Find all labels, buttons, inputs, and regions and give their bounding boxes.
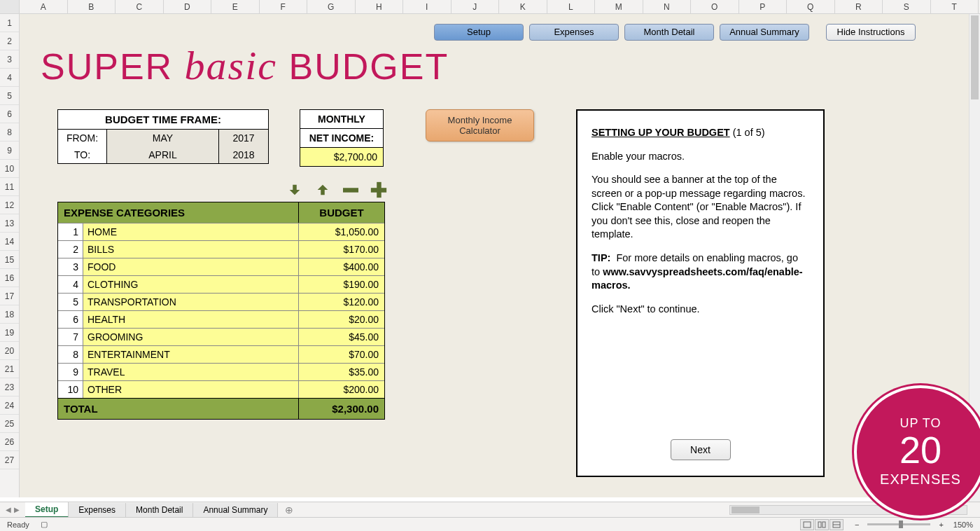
column-header[interactable]: O [691, 0, 739, 13]
row-header[interactable]: 21 [0, 360, 19, 378]
zoom-in-button[interactable]: + [936, 520, 946, 529]
row-header[interactable]: 13 [0, 214, 19, 233]
zoom-thumb[interactable] [899, 520, 903, 528]
income-calculator-button[interactable]: Monthly Income Calculator [426, 109, 534, 142]
column-header[interactable]: B [68, 0, 116, 13]
category-amount-cell[interactable]: $20.00 [299, 311, 384, 328]
column-header[interactable]: C [115, 0, 164, 13]
column-header[interactable]: K [499, 0, 547, 13]
row-header[interactable]: 26 [0, 433, 19, 451]
category-amount-cell[interactable]: $1,050.00 [299, 223, 384, 240]
row-header[interactable]: 19 [0, 324, 19, 342]
nav-setup-button[interactable]: Setup [434, 24, 524, 41]
sheet-tab-annual[interactable]: Annual Summary [193, 503, 278, 517]
category-name-cell[interactable]: FOOD [83, 258, 299, 275]
zoom-slider[interactable] [867, 523, 930, 525]
column-header[interactable]: S [883, 0, 931, 13]
row-header[interactable]: 4 [0, 69, 19, 87]
row-header[interactable]: 15 [0, 251, 19, 269]
row-header[interactable]: 8 [0, 123, 19, 142]
column-header[interactable]: E [211, 0, 260, 13]
category-name-cell[interactable]: TRANSPORTATION [83, 294, 299, 310]
move-down-icon[interactable] [286, 181, 304, 199]
column-header[interactable]: G [307, 0, 356, 13]
column-header[interactable]: I [403, 0, 451, 13]
tab-nav-arrows[interactable]: ◀▶ [0, 506, 25, 513]
vscroll-thumb[interactable] [971, 15, 979, 99]
row-header[interactable]: 18 [0, 305, 19, 324]
category-amount-cell[interactable]: $70.00 [299, 346, 384, 363]
row-header[interactable]: 27 [0, 451, 19, 469]
category-amount-cell[interactable]: $35.00 [299, 364, 384, 380]
category-amount-cell[interactable]: $170.00 [299, 241, 384, 258]
move-up-icon[interactable] [314, 181, 332, 199]
nav-expenses-button[interactable]: Expenses [529, 24, 619, 41]
category-amount-cell[interactable]: $200.00 [299, 381, 384, 398]
from-month-cell[interactable]: MAY [107, 130, 219, 146]
view-page-layout-icon[interactable] [815, 519, 829, 530]
nav-annual-button[interactable]: Annual Summary [720, 24, 809, 41]
column-header[interactable]: L [547, 0, 596, 13]
column-header[interactable]: J [451, 0, 500, 13]
row-header[interactable]: 14 [0, 233, 19, 251]
category-name-cell[interactable]: BILLS [83, 241, 299, 258]
category-amount-cell[interactable]: $45.00 [299, 329, 384, 345]
category-name-cell[interactable]: OTHER [83, 381, 299, 398]
column-header[interactable]: R [835, 0, 883, 13]
column-header[interactable]: H [356, 0, 404, 13]
row-header[interactable]: 16 [0, 269, 19, 287]
row-header[interactable]: 20 [0, 342, 19, 360]
category-name-cell[interactable]: TRAVEL [83, 364, 299, 380]
column-header[interactable]: P [739, 0, 788, 13]
row-header[interactable]: 2 [0, 32, 19, 50]
macro-record-icon[interactable]: ▢ [41, 520, 48, 529]
row-header[interactable]: 3 [0, 50, 19, 69]
row-header[interactable]: 12 [0, 196, 19, 214]
from-year-cell[interactable]: 2017 [219, 130, 268, 146]
hscroll-thumb[interactable] [732, 506, 760, 513]
row-header[interactable]: 25 [0, 415, 19, 433]
to-month-cell[interactable]: APRIL [107, 146, 219, 163]
column-header[interactable]: M [595, 0, 643, 13]
row-header[interactable]: 11 [0, 178, 19, 196]
sheet-tab-expenses[interactable]: Expenses [69, 503, 126, 517]
column-header[interactable]: A [20, 0, 68, 13]
nav-month-button[interactable]: Month Detail [624, 24, 714, 41]
add-sheet-button[interactable]: ⊕ [278, 504, 300, 516]
row-header[interactable]: 9 [0, 142, 19, 160]
column-header[interactable]: T [931, 0, 979, 13]
category-name-cell[interactable]: HEALTH [83, 311, 299, 328]
row-header[interactable]: 6 [0, 105, 19, 123]
category-name-cell[interactable]: HOME [83, 223, 299, 240]
row-header[interactable]: 5 [0, 87, 19, 105]
category-amount-cell[interactable]: $120.00 [299, 294, 384, 310]
add-icon[interactable] [370, 181, 388, 199]
row-header[interactable]: 10 [0, 160, 19, 178]
sheet-tab-setup[interactable]: Setup [25, 502, 69, 518]
row-header[interactable]: 1 [0, 14, 19, 32]
zoom-level[interactable]: 150% [953, 520, 973, 529]
row-header[interactable]: 17 [0, 287, 19, 305]
column-header[interactable]: Q [787, 0, 835, 13]
to-year-cell[interactable]: 2018 [219, 146, 268, 163]
category-name-cell[interactable]: CLOTHING [83, 276, 299, 293]
view-page-break-icon[interactable] [830, 519, 844, 530]
sheet-tab-month[interactable]: Month Detail [126, 503, 193, 517]
select-all-corner[interactable] [0, 0, 20, 13]
worksheet-canvas[interactable]: SUPER basic BUDGET Setup Expenses Month … [20, 14, 980, 497]
zoom-out-button[interactable]: − [852, 520, 862, 529]
next-button[interactable]: Next [671, 439, 731, 460]
category-name-cell[interactable]: GROOMING [83, 329, 299, 345]
net-income-value[interactable]: $2,700.00 [300, 148, 383, 166]
category-name-cell[interactable]: ENTERTAINMENT [83, 346, 299, 363]
row-header[interactable]: 23 [0, 378, 19, 396]
remove-icon[interactable] [342, 181, 360, 199]
category-amount-cell[interactable]: $400.00 [299, 258, 384, 275]
column-header[interactable]: D [164, 0, 212, 13]
column-header[interactable]: N [643, 0, 692, 13]
view-normal-icon[interactable] [800, 519, 814, 530]
category-amount-cell[interactable]: $190.00 [299, 276, 384, 293]
column-header[interactable]: F [260, 0, 308, 13]
row-header[interactable]: 24 [0, 396, 19, 415]
hide-instructions-button[interactable]: Hide Instructions [826, 24, 916, 41]
